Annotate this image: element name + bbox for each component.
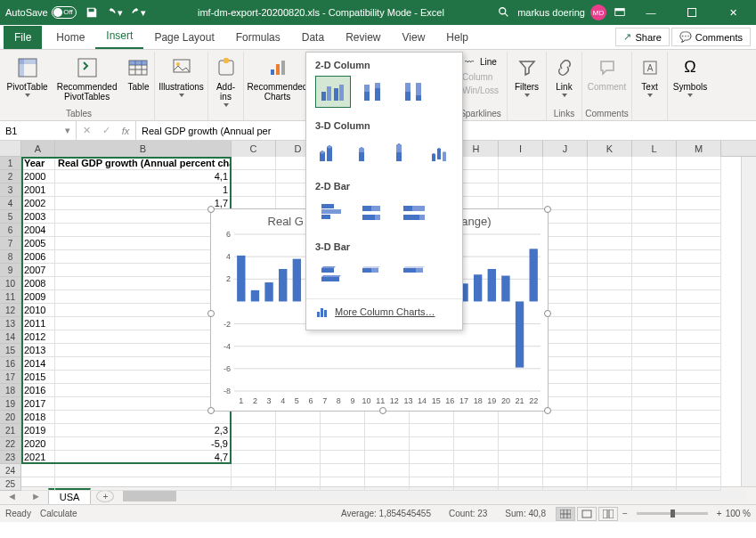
cell-B18[interactable]	[55, 384, 232, 397]
cell-B5[interactable]: 2,9	[55, 210, 232, 224]
page-break-view-button[interactable]	[598, 507, 618, 521]
tab-page-layout[interactable]: Page Layout	[143, 26, 224, 49]
row-header-10[interactable]: 10	[0, 277, 20, 290]
row-header-23[interactable]: 23	[0, 451, 20, 464]
cell-B4[interactable]: 1,7	[55, 197, 232, 210]
row-header-15[interactable]: 15	[0, 344, 20, 357]
100-stacked-column-option[interactable]	[397, 76, 433, 108]
comment-button[interactable]: Comment	[584, 53, 630, 94]
select-all-corner[interactable]	[0, 141, 21, 157]
sparkline-winloss-button[interactable]: Win/Loss	[460, 85, 500, 96]
3d-100-stacked-column-option[interactable]	[390, 136, 422, 168]
autosave-toggle[interactable]: AutoSave Off	[5, 6, 77, 19]
cell-A14[interactable]: 2012	[21, 330, 55, 344]
row-header-14[interactable]: 14	[0, 330, 20, 344]
3d-column-option[interactable]	[427, 136, 459, 168]
row-header-6[interactable]: 6	[0, 224, 20, 237]
tab-insert[interactable]: Insert	[95, 24, 143, 49]
cell-A3[interactable]: 2001	[21, 183, 55, 197]
zoom-slider[interactable]	[637, 512, 708, 515]
cell-A13[interactable]: 2011	[21, 317, 55, 330]
row-header-2[interactable]: 2	[0, 170, 20, 183]
cell-A8[interactable]: 2006	[21, 250, 55, 264]
cell-A11[interactable]: 2009	[21, 290, 55, 304]
row-header-5[interactable]: 5	[0, 210, 20, 224]
cell-B17[interactable]	[55, 371, 232, 384]
3d-stacked-column-option[interactable]	[353, 136, 385, 168]
illustrations-button[interactable]: Illustrations▾	[155, 53, 207, 102]
sparkline-line-button[interactable]: 〰Line	[460, 53, 499, 69]
column-header-M[interactable]: M	[677, 141, 721, 157]
name-box[interactable]: B1▾	[0, 121, 77, 140]
fx-icon[interactable]: fx	[116, 126, 135, 136]
clustered-bar-option[interactable]	[315, 197, 351, 229]
zoom-level[interactable]: 100 %	[726, 509, 751, 518]
cell-B15[interactable]	[55, 344, 232, 357]
ribbon-display-icon[interactable]	[612, 4, 628, 20]
cell-A19[interactable]: 2017	[21, 397, 55, 411]
cell-A16[interactable]: 2014	[21, 357, 55, 371]
avatar[interactable]: MD	[590, 4, 606, 20]
tab-formulas[interactable]: Formulas	[225, 26, 291, 49]
cell-A12[interactable]: 2010	[21, 304, 55, 317]
vertical-scrollbar[interactable]	[741, 157, 756, 486]
row-header-25[interactable]: 25	[0, 477, 20, 491]
cancel-icon[interactable]: ✕	[77, 125, 96, 136]
cell-B6[interactable]	[55, 224, 232, 237]
cell-B21[interactable]: 2,3	[55, 424, 232, 437]
cell-A4[interactable]: 2002	[21, 197, 55, 210]
cell-A9[interactable]: 2007	[21, 264, 55, 277]
row-header-1[interactable]: 1	[0, 157, 20, 170]
cell-B13[interactable]	[55, 317, 232, 330]
row-header-19[interactable]: 19	[0, 397, 20, 411]
cell-A20[interactable]: 2018	[21, 411, 55, 424]
text-button[interactable]: AText▾	[634, 53, 666, 102]
cell-A18[interactable]: 2016	[21, 384, 55, 397]
tab-view[interactable]: View	[392, 26, 436, 49]
row-header-16[interactable]: 16	[0, 357, 20, 371]
cell-B19[interactable]	[55, 397, 232, 411]
column-header-B[interactable]: B	[55, 141, 232, 157]
cell-A21[interactable]: 2019	[21, 424, 55, 437]
row-header-12[interactable]: 12	[0, 304, 20, 317]
cell-A22[interactable]: 2020	[21, 437, 55, 451]
row-header-11[interactable]: 11	[0, 290, 20, 304]
cell-A25[interactable]	[21, 477, 55, 491]
pivottable-button[interactable]: PivotTable▾	[4, 53, 52, 102]
cell-A24[interactable]	[21, 464, 55, 477]
page-layout-view-button[interactable]	[577, 507, 597, 521]
column-header-I[interactable]: I	[499, 141, 543, 157]
more-column-charts[interactable]: More Column Charts…	[306, 298, 462, 324]
cell-B14[interactable]	[55, 330, 232, 344]
cell-B1[interactable]: Real GDP growth (Annual percent change	[55, 157, 232, 170]
cell-B2[interactable]: 4,1	[55, 170, 232, 183]
cell-B20[interactable]	[55, 411, 232, 424]
cell-A2[interactable]: 2000	[21, 170, 55, 183]
row-header-18[interactable]: 18	[0, 384, 20, 397]
tab-review[interactable]: Review	[335, 26, 391, 49]
cell-A5[interactable]: 2003	[21, 210, 55, 224]
zoom-in-button[interactable]: +	[717, 509, 722, 518]
cell-B11[interactable]	[55, 290, 232, 304]
search-icon[interactable]	[496, 4, 512, 20]
close-button[interactable]: ✕	[715, 0, 751, 25]
row-header-4[interactable]: 4	[0, 197, 20, 210]
row-header-17[interactable]: 17	[0, 371, 20, 384]
sparkline-column-button[interactable]: Column	[460, 71, 494, 83]
redo-icon[interactable]: ▾	[130, 4, 146, 20]
column-header-K[interactable]: K	[588, 141, 632, 157]
row-header-3[interactable]: 3	[0, 183, 20, 197]
3d-clustered-column-option[interactable]	[315, 136, 347, 168]
sheet-nav-next[interactable]: ►	[24, 491, 48, 501]
cell-B12[interactable]	[55, 304, 232, 317]
row-header-21[interactable]: 21	[0, 424, 20, 437]
row-header-13[interactable]: 13	[0, 317, 20, 330]
stacked-bar-option[interactable]	[356, 197, 392, 229]
cell-B25[interactable]	[55, 477, 232, 491]
stacked-column-option[interactable]	[356, 76, 392, 108]
column-header-J[interactable]: J	[543, 141, 588, 157]
row-header-8[interactable]: 8	[0, 250, 20, 264]
addins-button[interactable]: Add- ins▾	[210, 53, 242, 111]
row-header-22[interactable]: 22	[0, 437, 20, 451]
undo-icon[interactable]: ▾	[107, 4, 123, 20]
